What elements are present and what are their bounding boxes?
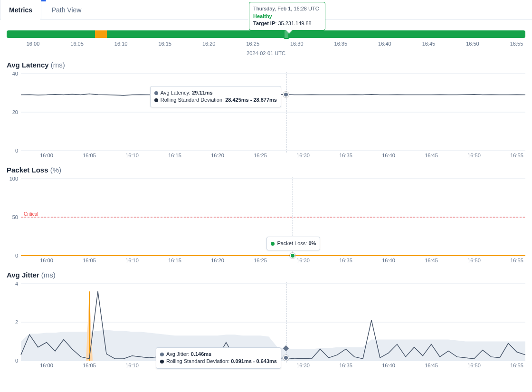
- tab-path-view[interactable]: Path View: [43, 0, 90, 20]
- packet-loss-cursor-dot: [290, 253, 295, 258]
- svg-text:0: 0: [15, 253, 18, 258]
- status-warning-segment[interactable]: [95, 30, 107, 38]
- status-tooltip-time: Thursday, Feb 1, 16:28 UTC: [253, 5, 321, 12]
- x-tick: 16:30: [296, 153, 310, 158]
- svg-text:20: 20: [12, 109, 18, 115]
- x-tick: 16:55: [510, 363, 523, 368]
- latency-panel: Avg Latency (ms) 0204016:0016:0516:1016:…: [0, 56, 532, 161]
- svg-text:50: 50: [12, 214, 18, 220]
- x-tick: 16:45: [425, 258, 438, 263]
- latency-tooltip: Avg Latency: 29.11msRolling Standard Dev…: [150, 86, 281, 107]
- packet-loss-panel: Packet Loss (%) 050100Critical16:0016:05…: [0, 161, 532, 266]
- packet-loss-tooltip: Packet Loss: 0%: [266, 237, 320, 250]
- x-tick: 16:55: [510, 258, 523, 263]
- x-tick: 16:45: [425, 153, 438, 158]
- timeline-tick: 16:40: [378, 41, 391, 47]
- tab-metrics[interactable]: Metrics: [0, 0, 41, 20]
- x-tick: 16:00: [40, 258, 53, 263]
- x-tick: 16:40: [382, 363, 395, 368]
- timeline-tick: 16:50: [466, 41, 479, 47]
- jitter-cursor-dot: [283, 355, 289, 361]
- x-tick: 16:10: [125, 153, 139, 158]
- x-tick: 16:35: [339, 363, 352, 368]
- svg-text:0: 0: [15, 358, 18, 363]
- x-tick: 16:30: [296, 258, 310, 263]
- packet-loss-chart[interactable]: 050100Critical16:0016:0516:1016:1516:201…: [7, 177, 525, 266]
- x-tick: 16:10: [125, 363, 139, 368]
- timeline-tick: 16:15: [158, 41, 171, 47]
- status-tooltip-target: Target IP: 35.231.149.88: [253, 20, 321, 27]
- timeline-tick: 16:20: [202, 41, 216, 47]
- status-tooltip-status: Healthy: [253, 13, 321, 20]
- status-date: 2024-02-01 UTC: [7, 50, 525, 56]
- x-tick: 16:05: [83, 258, 96, 263]
- timeline-tick: 16:55: [510, 41, 523, 47]
- timeline-tick: 16:00: [27, 41, 40, 47]
- x-tick: 16:00: [40, 363, 53, 368]
- x-tick: 16:40: [382, 153, 395, 158]
- svg-text:0: 0: [15, 148, 18, 153]
- x-tick: 16:55: [510, 153, 523, 158]
- latency-cursor-dot: [283, 92, 289, 97]
- x-tick: 16:00: [40, 153, 53, 158]
- x-tick: 16:15: [168, 258, 181, 263]
- x-tick: 16:35: [339, 153, 352, 158]
- x-tick: 16:25: [254, 258, 267, 263]
- status-tooltip: Thursday, Feb 1, 16:28 UTC Healthy Targe…: [249, 2, 325, 30]
- x-tick: 16:05: [83, 363, 96, 368]
- x-tick: 16:45: [425, 363, 438, 368]
- status-axis: 16:0016:0516:1016:1516:2016:2516:3016:35…: [7, 41, 525, 49]
- x-tick: 16:05: [83, 153, 96, 158]
- timeline-tick: 16:10: [114, 41, 128, 47]
- svg-text:4: 4: [15, 282, 18, 287]
- timeline-tick: 16:25: [246, 41, 259, 47]
- jitter-chart[interactable]: 02416:0016:0516:1016:1516:2016:2516:3016…: [7, 282, 525, 371]
- svg-text:Critical: Critical: [24, 211, 38, 217]
- jitter-title: Avg Jitter (ms): [7, 271, 525, 279]
- x-tick: 16:50: [467, 258, 481, 263]
- x-tick: 16:20: [211, 258, 224, 263]
- hover-line: [286, 72, 286, 153]
- status-bar[interactable]: [7, 30, 525, 38]
- timeline-tick: 16:30: [290, 41, 304, 47]
- x-tick: 16:30: [296, 363, 310, 368]
- x-tick: 16:20: [211, 153, 224, 158]
- x-tick: 16:10: [125, 258, 139, 263]
- svg-text:2: 2: [15, 319, 18, 325]
- x-tick: 16:25: [254, 153, 267, 158]
- svg-text:40: 40: [12, 72, 18, 76]
- timeline-tick: 16:45: [422, 41, 436, 47]
- svg-text:100: 100: [10, 177, 18, 182]
- timeline-tick: 16:35: [334, 41, 348, 47]
- timeline-tick: 16:05: [70, 41, 84, 47]
- packet-loss-title: Packet Loss (%): [7, 166, 525, 174]
- x-tick: 16:50: [467, 363, 481, 368]
- latency-title: Avg Latency (ms): [7, 61, 525, 69]
- x-tick: 16:40: [382, 258, 395, 263]
- jitter-tooltip: Avg Jitter: 0.146msRolling Standard Devi…: [156, 347, 281, 369]
- latency-chart[interactable]: 0204016:0016:0516:1016:1516:2016:2516:30…: [7, 72, 525, 161]
- jitter-panel: Avg Jitter (ms) 02416:0016:0516:1016:151…: [0, 266, 532, 371]
- x-tick: 16:35: [339, 258, 352, 263]
- x-tick: 16:50: [467, 153, 481, 158]
- x-tick: 16:15: [168, 153, 181, 158]
